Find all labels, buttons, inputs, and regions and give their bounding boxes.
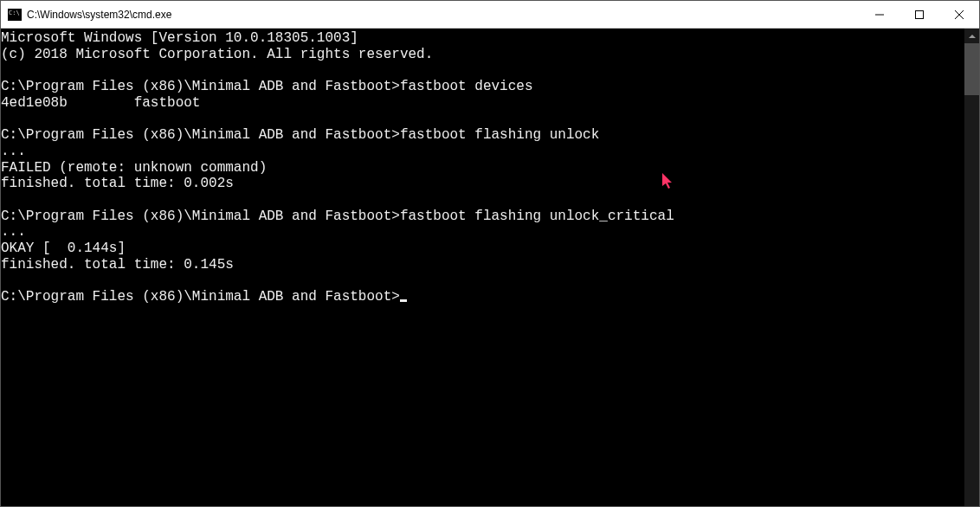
window-title: C:\Windows\system32\cmd.exe (27, 9, 171, 21)
titlebar[interactable]: C:\Windows\system32\cmd.exe (1, 1, 979, 29)
terminal-line: ... (1, 224, 964, 241)
scroll-thumb[interactable] (964, 43, 979, 95)
scrollbar[interactable] (964, 29, 979, 506)
cmd-window: C:\Windows\system32\cmd.exe Microsoft Wi… (0, 0, 980, 507)
cmd-icon (8, 9, 22, 21)
svg-marker-4 (969, 35, 976, 38)
terminal-line (1, 192, 964, 209)
terminal-line: Microsoft Windows [Version 10.0.18305.10… (1, 30, 964, 47)
terminal-line: C:\Program Files (x86)\Minimal ADB and F… (1, 209, 964, 225)
text-cursor (400, 299, 407, 302)
terminal-line (1, 112, 964, 128)
terminal-line: finished. total time: 0.145s (1, 257, 964, 273)
terminal-line (1, 273, 964, 290)
terminal-line: ... (1, 144, 964, 160)
scroll-up-arrow[interactable] (964, 29, 979, 43)
terminal-line: OKAY [ 0.144s] (1, 241, 964, 257)
close-button[interactable] (939, 1, 979, 29)
terminal-line: C:\Program Files (x86)\Minimal ADB and F… (1, 127, 964, 144)
minimize-button[interactable] (860, 1, 899, 29)
window-controls (860, 1, 979, 28)
terminal-line: C:\Program Files (x86)\Minimal ADB and F… (1, 79, 964, 95)
terminal-line: FAILED (remote: unknown command) (1, 160, 964, 176)
terminal-line: C:\Program Files (x86)\Minimal ADB and F… (1, 289, 964, 305)
svg-rect-1 (916, 11, 924, 19)
terminal-area: Microsoft Windows [Version 10.0.18305.10… (1, 29, 979, 506)
terminal-line (1, 62, 964, 79)
terminal-line: finished. total time: 0.002s (1, 176, 964, 192)
terminal-output[interactable]: Microsoft Windows [Version 10.0.18305.10… (1, 29, 964, 506)
maximize-button[interactable] (899, 1, 939, 29)
terminal-line: (c) 2018 Microsoft Corporation. All righ… (1, 47, 964, 63)
terminal-line: 4ed1e08b fastboot (1, 95, 964, 112)
